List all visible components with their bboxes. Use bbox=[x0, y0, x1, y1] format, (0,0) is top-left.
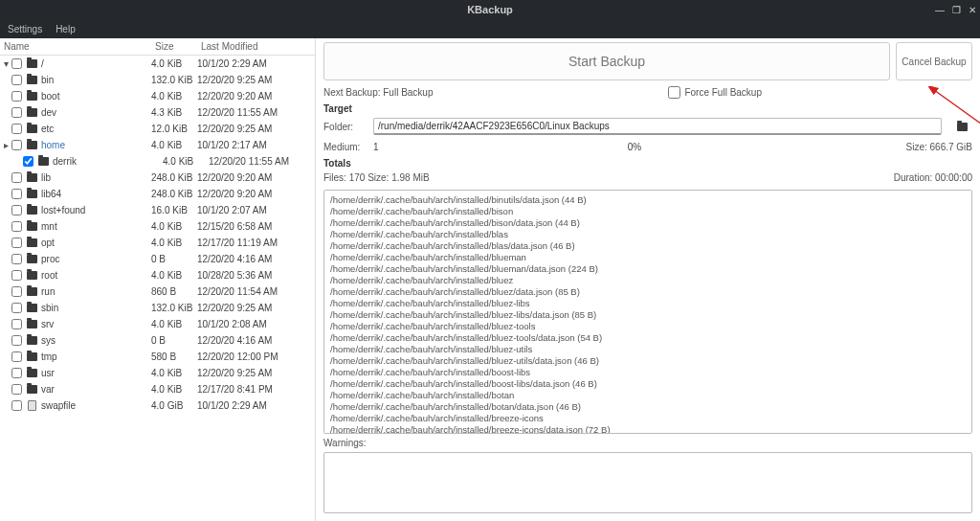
log-line: /home/derrik/.cache/bauh/arch/installed/… bbox=[330, 378, 966, 390]
item-name: var bbox=[38, 384, 151, 395]
log-line: /home/derrik/.cache/bauh/arch/installed/… bbox=[330, 424, 966, 434]
include-checkbox[interactable] bbox=[11, 91, 22, 102]
medium-value: 1 bbox=[373, 142, 392, 152]
include-checkbox[interactable] bbox=[11, 238, 22, 248]
include-checkbox[interactable] bbox=[11, 270, 22, 281]
include-checkbox[interactable] bbox=[11, 140, 22, 150]
tree-row[interactable]: root4.0 KiB10/28/20 5:36 AM bbox=[0, 267, 315, 283]
include-checkbox[interactable] bbox=[11, 384, 22, 395]
include-checkbox[interactable] bbox=[11, 286, 22, 297]
force-full-backup-input[interactable] bbox=[668, 86, 680, 99]
tree-row[interactable]: run860 B12/20/20 11:54 AM bbox=[0, 283, 315, 300]
include-checkbox[interactable] bbox=[11, 107, 22, 118]
log-line: /home/derrik/.cache/bauh/arch/installed/… bbox=[330, 240, 966, 252]
log-line: /home/derrik/.cache/bauh/arch/installed/… bbox=[330, 344, 966, 355]
open-folder-button[interactable] bbox=[951, 118, 972, 135]
folder-icon bbox=[25, 190, 38, 198]
start-backup-button[interactable]: Start Backup bbox=[323, 42, 890, 80]
item-name: dev bbox=[38, 107, 151, 118]
folder-icon bbox=[25, 320, 38, 328]
tree-row[interactable]: ▾/4.0 KiB10/1/20 2:29 AM bbox=[0, 56, 315, 72]
tree-row[interactable]: usr4.0 KiB12/20/20 9:25 AM bbox=[0, 365, 315, 381]
log-line: /home/derrik/.cache/bauh/arch/installed/… bbox=[330, 298, 966, 309]
tree-row[interactable]: srv4.0 KiB10/1/20 2:08 AM bbox=[0, 316, 315, 332]
tree-row[interactable]: lib248.0 KiB12/20/20 9:20 AM bbox=[0, 170, 315, 186]
item-size: 4.0 KiB bbox=[151, 58, 197, 69]
col-header-name[interactable]: Name bbox=[0, 41, 155, 52]
folder-icon bbox=[25, 206, 38, 215]
folder-icon bbox=[25, 125, 38, 133]
tree-row[interactable]: proc0 B12/20/20 4:16 AM bbox=[0, 251, 315, 267]
log-output[interactable]: /home/derrik/.cache/bauh/arch/installed/… bbox=[323, 190, 972, 434]
cancel-backup-button[interactable]: Cancel Backup bbox=[896, 42, 972, 80]
include-checkbox[interactable] bbox=[11, 254, 22, 264]
item-modified: 12/20/20 9:25 AM bbox=[197, 75, 315, 85]
item-size: 4.0 KiB bbox=[151, 91, 197, 102]
include-checkbox[interactable] bbox=[11, 319, 22, 329]
folder-icon bbox=[25, 141, 38, 149]
folder-icon bbox=[25, 385, 38, 394]
include-checkbox[interactable] bbox=[11, 205, 22, 215]
expander-icon[interactable]: ▾ bbox=[0, 58, 11, 69]
totals-stats: Files: 170 Size: 1.98 MiB bbox=[323, 172, 894, 186]
folder-icon bbox=[25, 336, 38, 345]
include-checkbox[interactable] bbox=[11, 400, 22, 411]
tree-row[interactable]: lib64248.0 KiB12/20/20 9:20 AM bbox=[0, 186, 315, 202]
item-modified: 12/17/20 8:41 PM bbox=[197, 384, 315, 395]
include-checkbox[interactable] bbox=[11, 189, 22, 199]
menu-settings[interactable]: Settings bbox=[8, 24, 42, 34]
include-checkbox[interactable] bbox=[23, 156, 33, 167]
log-line: /home/derrik/.cache/bauh/arch/installed/… bbox=[330, 367, 966, 378]
backup-pane: Start Backup Cancel Backup Next Backup: … bbox=[316, 38, 980, 521]
warnings-output[interactable] bbox=[323, 452, 972, 513]
col-header-size[interactable]: Size bbox=[155, 41, 201, 52]
item-name: derrik bbox=[50, 156, 163, 167]
col-header-modified[interactable]: Last Modified bbox=[201, 41, 315, 52]
folder-input[interactable] bbox=[373, 118, 942, 135]
tree-row[interactable]: sys0 B12/20/20 4:16 AM bbox=[0, 332, 315, 349]
tree-row[interactable]: ▸home4.0 KiB10/1/20 2:17 AM bbox=[0, 137, 315, 153]
tree-row[interactable]: dev4.3 KiB12/20/20 11:55 AM bbox=[0, 104, 315, 121]
minimize-button[interactable]: — bbox=[935, 5, 945, 15]
include-checkbox[interactable] bbox=[11, 221, 22, 232]
target-size: Size: 666.7 GiB bbox=[877, 142, 972, 152]
tree-row[interactable]: boot4.0 KiB12/20/20 9:20 AM bbox=[0, 88, 315, 104]
tree-row[interactable]: bin132.0 KiB12/20/20 9:25 AM bbox=[0, 72, 315, 88]
menu-help[interactable]: Help bbox=[56, 24, 76, 34]
folder-label: Folder: bbox=[323, 122, 364, 132]
tree-row[interactable]: opt4.0 KiB12/17/20 11:19 AM bbox=[0, 235, 315, 251]
include-checkbox[interactable] bbox=[11, 368, 22, 378]
include-checkbox[interactable] bbox=[11, 124, 22, 134]
include-checkbox[interactable] bbox=[11, 75, 22, 85]
item-name: usr bbox=[38, 368, 151, 378]
item-size: 4.0 KiB bbox=[151, 238, 197, 248]
item-size: 4.0 KiB bbox=[151, 140, 197, 150]
item-modified: 12/20/20 11:55 AM bbox=[197, 107, 315, 118]
expander-icon[interactable]: ▸ bbox=[0, 140, 11, 150]
item-size: 4.0 KiB bbox=[151, 368, 197, 378]
include-checkbox[interactable] bbox=[11, 351, 22, 362]
tree-row[interactable]: lost+found16.0 KiB10/1/20 2:07 AM bbox=[0, 202, 315, 218]
tree-row[interactable]: derrik4.0 KiB12/20/20 11:55 AM bbox=[0, 153, 315, 170]
tree-row[interactable]: swapfile4.0 GiB10/1/20 2:29 AM bbox=[0, 397, 315, 414]
force-full-backup-checkbox[interactable]: Force Full Backup bbox=[668, 86, 762, 99]
item-size: 248.0 KiB bbox=[151, 189, 197, 199]
item-size: 248.0 KiB bbox=[151, 172, 197, 183]
file-tree[interactable]: ▾/4.0 KiB10/1/20 2:29 AMbin132.0 KiB12/2… bbox=[0, 56, 315, 521]
tree-row[interactable]: sbin132.0 KiB12/20/20 9:25 AM bbox=[0, 300, 315, 316]
item-name: srv bbox=[38, 319, 151, 329]
tree-row[interactable]: etc12.0 KiB12/20/20 9:25 AM bbox=[0, 121, 315, 137]
item-modified: 10/28/20 5:36 AM bbox=[197, 270, 315, 281]
include-checkbox[interactable] bbox=[11, 58, 22, 69]
close-button[interactable]: ✕ bbox=[969, 5, 976, 15]
include-checkbox[interactable] bbox=[11, 303, 22, 313]
include-checkbox[interactable] bbox=[11, 335, 22, 346]
maximize-button[interactable]: ❐ bbox=[952, 5, 961, 15]
log-line: /home/derrik/.cache/bauh/arch/installed/… bbox=[330, 286, 966, 298]
totals-section-label: Totals bbox=[323, 158, 972, 169]
tree-row[interactable]: mnt4.0 KiB12/15/20 6:58 AM bbox=[0, 218, 315, 235]
include-checkbox[interactable] bbox=[11, 172, 22, 183]
tree-row[interactable]: tmp580 B12/20/20 12:00 PM bbox=[0, 349, 315, 365]
item-name: lost+found bbox=[38, 205, 151, 215]
tree-row[interactable]: var4.0 KiB12/17/20 8:41 PM bbox=[0, 381, 315, 397]
